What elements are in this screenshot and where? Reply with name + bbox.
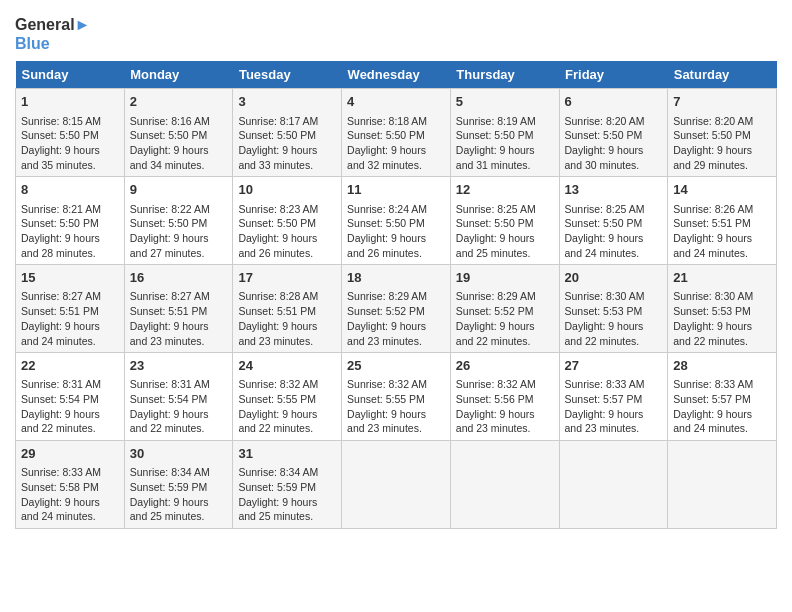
sunset-text: Sunset: 5:54 PM [130,393,208,405]
sunset-text: Sunset: 5:55 PM [347,393,425,405]
sunset-text: Sunset: 5:57 PM [565,393,643,405]
table-cell [342,441,451,529]
sunrise-text: Sunrise: 8:32 AM [238,378,318,390]
table-cell: 21Sunrise: 8:30 AMSunset: 5:53 PMDayligh… [668,265,777,353]
table-cell: 11Sunrise: 8:24 AMSunset: 5:50 PMDayligh… [342,177,451,265]
header-thursday: Thursday [450,61,559,89]
day-number: 3 [238,93,336,111]
day-number: 22 [21,357,119,375]
sunset-text: Sunset: 5:51 PM [673,217,751,229]
sunrise-text: Sunrise: 8:29 AM [347,290,427,302]
sunset-text: Sunset: 5:53 PM [565,305,643,317]
sunset-text: Sunset: 5:50 PM [130,129,208,141]
sunrise-text: Sunrise: 8:32 AM [456,378,536,390]
daylight-text: Daylight: 9 hoursand 23 minutes. [456,408,535,435]
week-row-2: 8Sunrise: 8:21 AMSunset: 5:50 PMDaylight… [16,177,777,265]
sunrise-text: Sunrise: 8:26 AM [673,203,753,215]
daylight-text: Daylight: 9 hoursand 22 minutes. [238,408,317,435]
table-cell: 2Sunrise: 8:16 AMSunset: 5:50 PMDaylight… [124,89,233,177]
table-cell [450,441,559,529]
daylight-text: Daylight: 9 hoursand 25 minutes. [130,496,209,523]
table-cell: 10Sunrise: 8:23 AMSunset: 5:50 PMDayligh… [233,177,342,265]
day-number: 18 [347,269,445,287]
sunset-text: Sunset: 5:52 PM [456,305,534,317]
week-row-4: 22Sunrise: 8:31 AMSunset: 5:54 PMDayligh… [16,353,777,441]
table-cell: 31Sunrise: 8:34 AMSunset: 5:59 PMDayligh… [233,441,342,529]
sunrise-text: Sunrise: 8:29 AM [456,290,536,302]
day-number: 26 [456,357,554,375]
header-saturday: Saturday [668,61,777,89]
table-cell: 12Sunrise: 8:25 AMSunset: 5:50 PMDayligh… [450,177,559,265]
day-number: 10 [238,181,336,199]
sunrise-text: Sunrise: 8:25 AM [565,203,645,215]
sunrise-text: Sunrise: 8:20 AM [673,115,753,127]
daylight-text: Daylight: 9 hoursand 26 minutes. [347,232,426,259]
daylight-text: Daylight: 9 hoursand 22 minutes. [456,320,535,347]
table-cell: 27Sunrise: 8:33 AMSunset: 5:57 PMDayligh… [559,353,668,441]
table-cell: 29Sunrise: 8:33 AMSunset: 5:58 PMDayligh… [16,441,125,529]
table-cell: 1Sunrise: 8:15 AMSunset: 5:50 PMDaylight… [16,89,125,177]
header-friday: Friday [559,61,668,89]
day-number: 19 [456,269,554,287]
table-cell: 19Sunrise: 8:29 AMSunset: 5:52 PMDayligh… [450,265,559,353]
daylight-text: Daylight: 9 hoursand 34 minutes. [130,144,209,171]
sunrise-text: Sunrise: 8:16 AM [130,115,210,127]
sunrise-text: Sunrise: 8:32 AM [347,378,427,390]
sunset-text: Sunset: 5:58 PM [21,481,99,493]
day-number: 2 [130,93,228,111]
calendar-table: SundayMondayTuesdayWednesdayThursdayFrid… [15,61,777,529]
table-cell: 20Sunrise: 8:30 AMSunset: 5:53 PMDayligh… [559,265,668,353]
sunset-text: Sunset: 5:52 PM [347,305,425,317]
sunset-text: Sunset: 5:50 PM [21,129,99,141]
daylight-text: Daylight: 9 hoursand 24 minutes. [21,320,100,347]
sunset-text: Sunset: 5:50 PM [456,217,534,229]
sunrise-text: Sunrise: 8:18 AM [347,115,427,127]
daylight-text: Daylight: 9 hoursand 22 minutes. [21,408,100,435]
table-cell: 26Sunrise: 8:32 AMSunset: 5:56 PMDayligh… [450,353,559,441]
daylight-text: Daylight: 9 hoursand 24 minutes. [673,408,752,435]
sunrise-text: Sunrise: 8:27 AM [21,290,101,302]
sunrise-text: Sunrise: 8:23 AM [238,203,318,215]
table-cell: 23Sunrise: 8:31 AMSunset: 5:54 PMDayligh… [124,353,233,441]
table-cell: 17Sunrise: 8:28 AMSunset: 5:51 PMDayligh… [233,265,342,353]
sunrise-text: Sunrise: 8:22 AM [130,203,210,215]
sunrise-text: Sunrise: 8:25 AM [456,203,536,215]
day-number: 14 [673,181,771,199]
sunset-text: Sunset: 5:50 PM [347,129,425,141]
sunset-text: Sunset: 5:51 PM [238,305,316,317]
day-number: 4 [347,93,445,111]
table-cell: 30Sunrise: 8:34 AMSunset: 5:59 PMDayligh… [124,441,233,529]
logo-text: General► Blue [15,15,90,53]
week-row-5: 29Sunrise: 8:33 AMSunset: 5:58 PMDayligh… [16,441,777,529]
sunrise-text: Sunrise: 8:20 AM [565,115,645,127]
day-number: 23 [130,357,228,375]
day-number: 30 [130,445,228,463]
daylight-text: Daylight: 9 hoursand 23 minutes. [130,320,209,347]
table-cell: 16Sunrise: 8:27 AMSunset: 5:51 PMDayligh… [124,265,233,353]
day-number: 20 [565,269,663,287]
table-cell: 14Sunrise: 8:26 AMSunset: 5:51 PMDayligh… [668,177,777,265]
day-number: 11 [347,181,445,199]
table-cell: 3Sunrise: 8:17 AMSunset: 5:50 PMDaylight… [233,89,342,177]
sunrise-text: Sunrise: 8:33 AM [673,378,753,390]
daylight-text: Daylight: 9 hoursand 25 minutes. [238,496,317,523]
table-cell: 25Sunrise: 8:32 AMSunset: 5:55 PMDayligh… [342,353,451,441]
sunset-text: Sunset: 5:55 PM [238,393,316,405]
sunrise-text: Sunrise: 8:24 AM [347,203,427,215]
logo: General► Blue [15,15,90,53]
table-cell: 9Sunrise: 8:22 AMSunset: 5:50 PMDaylight… [124,177,233,265]
sunrise-text: Sunrise: 8:34 AM [130,466,210,478]
sunrise-text: Sunrise: 8:34 AM [238,466,318,478]
day-number: 27 [565,357,663,375]
daylight-text: Daylight: 9 hoursand 28 minutes. [21,232,100,259]
day-number: 29 [21,445,119,463]
sunset-text: Sunset: 5:51 PM [21,305,99,317]
daylight-text: Daylight: 9 hoursand 29 minutes. [673,144,752,171]
table-cell: 13Sunrise: 8:25 AMSunset: 5:50 PMDayligh… [559,177,668,265]
daylight-text: Daylight: 9 hoursand 23 minutes. [347,408,426,435]
sunrise-text: Sunrise: 8:28 AM [238,290,318,302]
week-row-1: 1Sunrise: 8:15 AMSunset: 5:50 PMDaylight… [16,89,777,177]
sunset-text: Sunset: 5:59 PM [130,481,208,493]
week-row-3: 15Sunrise: 8:27 AMSunset: 5:51 PMDayligh… [16,265,777,353]
sunrise-text: Sunrise: 8:17 AM [238,115,318,127]
